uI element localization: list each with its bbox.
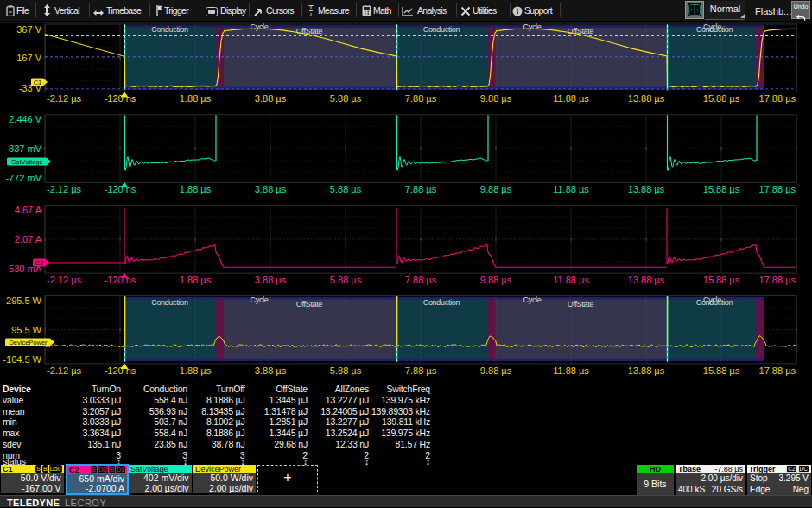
svg-text:5.88 µs: 5.88 µs bbox=[330, 365, 362, 376]
svg-text:C2: C2 bbox=[35, 259, 44, 267]
svg-text:3.88 µs: 3.88 µs bbox=[255, 184, 287, 194]
svg-text:11.88 µs: 11.88 µs bbox=[553, 184, 589, 194]
svg-text:OffState: OffState bbox=[296, 27, 323, 35]
svg-text:5.88 µs: 5.88 µs bbox=[330, 275, 362, 285]
svg-text:13.88 µs: 13.88 µs bbox=[628, 184, 665, 194]
svg-text:1.88 µs: 1.88 µs bbox=[180, 184, 212, 194]
svg-text:-2.12 µs: -2.12 µs bbox=[47, 275, 81, 285]
svg-text:13.88 µs: 13.88 µs bbox=[628, 93, 665, 104]
svg-text:11.88 µs: 11.88 µs bbox=[553, 93, 589, 104]
svg-text:7.88 µs: 7.88 µs bbox=[405, 93, 437, 104]
svg-text:4.67 A: 4.67 A bbox=[15, 205, 42, 215]
svg-text:2.446 V: 2.446 V bbox=[9, 114, 42, 124]
svg-text:17.88 µs: 17.88 µs bbox=[759, 184, 796, 194]
svg-text:-120 ns: -120 ns bbox=[105, 365, 136, 376]
svg-text:11.88 µs: 11.88 µs bbox=[553, 365, 589, 376]
svg-text:367 V: 367 V bbox=[16, 24, 41, 35]
svg-text:15.88 µs: 15.88 µs bbox=[703, 184, 740, 194]
svg-text:-772 mV: -772 mV bbox=[5, 173, 41, 183]
svg-text:15.88 µs: 15.88 µs bbox=[703, 93, 740, 104]
svg-text:C1: C1 bbox=[34, 79, 42, 86]
svg-text:-2.12 µs: -2.12 µs bbox=[47, 93, 81, 104]
svg-text:7.88 µs: 7.88 µs bbox=[405, 275, 437, 285]
svg-text:1.88 µs: 1.88 µs bbox=[180, 93, 212, 104]
svg-text:OffState: OffState bbox=[296, 300, 323, 308]
svg-text:Cycle: Cycle bbox=[523, 22, 541, 31]
svg-text:Conduction: Conduction bbox=[696, 298, 733, 307]
svg-text:-104.5 W: -104.5 W bbox=[3, 354, 41, 365]
svg-text:7.88 µs: 7.88 µs bbox=[405, 365, 437, 376]
svg-text:Conduction: Conduction bbox=[151, 25, 188, 34]
svg-text:13.88 µs: 13.88 µs bbox=[628, 365, 665, 376]
svg-text:-120 ns: -120 ns bbox=[105, 93, 136, 104]
svg-text:Conduction: Conduction bbox=[696, 25, 733, 34]
svg-text:9.88 µs: 9.88 µs bbox=[480, 275, 512, 285]
svg-text:DevicePower: DevicePower bbox=[9, 339, 48, 346]
svg-text:1.88 µs: 1.88 µs bbox=[180, 275, 212, 285]
svg-text:11.88 µs: 11.88 µs bbox=[553, 275, 589, 285]
svg-text:3.88 µs: 3.88 µs bbox=[255, 93, 287, 104]
svg-text:17.88 µs: 17.88 µs bbox=[759, 365, 796, 376]
svg-text:-2.12 µs: -2.12 µs bbox=[47, 365, 81, 376]
svg-text:9.88 µs: 9.88 µs bbox=[480, 365, 512, 376]
svg-text:15.88 µs: 15.88 µs bbox=[703, 365, 740, 376]
svg-text:2.07 A: 2.07 A bbox=[15, 234, 42, 244]
svg-text:9.88 µs: 9.88 µs bbox=[480, 184, 512, 194]
svg-text:Conduction: Conduction bbox=[423, 298, 460, 307]
svg-text:-120 ns: -120 ns bbox=[105, 275, 136, 285]
svg-text:167 V: 167 V bbox=[16, 53, 41, 63]
svg-text:Conduction: Conduction bbox=[151, 298, 188, 307]
svg-text:15.88 µs: 15.88 µs bbox=[703, 275, 740, 285]
svg-text:5.88 µs: 5.88 µs bbox=[330, 184, 362, 194]
svg-text:Cycle: Cycle bbox=[250, 22, 268, 31]
svg-text:9.88 µs: 9.88 µs bbox=[480, 93, 512, 104]
svg-text:17.88 µs: 17.88 µs bbox=[759, 275, 796, 285]
svg-text:SatVoltage: SatVoltage bbox=[11, 158, 42, 166]
svg-text:95.5 W: 95.5 W bbox=[11, 325, 41, 335]
svg-text:7.88 µs: 7.88 µs bbox=[405, 184, 437, 194]
svg-text:-2.12 µs: -2.12 µs bbox=[47, 184, 81, 194]
svg-text:Cycle: Cycle bbox=[250, 295, 268, 304]
svg-text:1.88 µs: 1.88 µs bbox=[180, 365, 212, 376]
svg-text:3.88 µs: 3.88 µs bbox=[255, 365, 287, 376]
svg-text:5.88 µs: 5.88 µs bbox=[330, 93, 362, 104]
svg-text:13.88 µs: 13.88 µs bbox=[628, 275, 665, 285]
svg-text:Conduction: Conduction bbox=[423, 25, 460, 34]
svg-text:17.88 µs: 17.88 µs bbox=[759, 93, 796, 104]
svg-text:OffState: OffState bbox=[568, 27, 594, 35]
svg-text:3.88 µs: 3.88 µs bbox=[255, 275, 287, 285]
svg-text:OffState: OffState bbox=[568, 300, 594, 308]
svg-text:295.5 W: 295.5 W bbox=[6, 295, 42, 306]
svg-text:-120 ns: -120 ns bbox=[105, 184, 136, 194]
svg-text:Cycle: Cycle bbox=[523, 295, 541, 304]
svg-text:837 mV: 837 mV bbox=[9, 143, 42, 154]
